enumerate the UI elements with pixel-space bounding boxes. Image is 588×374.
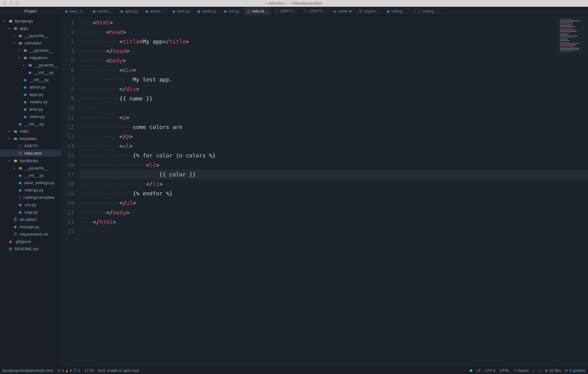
- close-traffic-light[interactable]: [3, 2, 7, 5]
- tree-item-empty[interactable]: ▢EMPTY: [0, 142, 61, 149]
- code-line[interactable]: ················some colors are: [80, 122, 588, 132]
- tree-item-calculator[interactable]: ▾🖿calculator: [0, 39, 61, 47]
- code-line[interactable]: ················{% for color in colors %…: [80, 151, 588, 160]
- tree-item-__pycache__[interactable]: ▸🖿__pycache__: [0, 32, 61, 39]
- file-encoding[interactable]: UTF-8: [485, 368, 496, 373]
- code-line[interactable]: ············<div>: [80, 65, 588, 75]
- code-line[interactable]: ····················<li>: [80, 160, 588, 170]
- package-updates[interactable]: ⟳ 5 updates: [565, 368, 586, 373]
- tab-admin[interactable]: ◆admin.…: [142, 7, 169, 16]
- code-line[interactable]: ····</html>: [80, 217, 588, 227]
- tree-item-dbsqlite3[interactable]: 🗄db.sqlite3: [0, 216, 61, 223]
- code-line[interactable]: ············</div>: [80, 84, 588, 94]
- tree-item-apps[interactable]: ▾🖿apps: [0, 25, 61, 32]
- tree-item-hellohtml[interactable]: ◫hello.html: [0, 149, 61, 157]
- tab-setting[interactable]: ⋮⋮setting…: [410, 7, 441, 16]
- tree-item-__pycache__[interactable]: ▸🖿__pycache__: [0, 61, 61, 69]
- tree-item-settingspy[interactable]: ◆settings.py: [0, 186, 61, 194]
- code-editor[interactable]: 1234567891011121314151617181920212223 ··…: [61, 16, 588, 367]
- line-ending[interactable]: LF: [477, 368, 481, 373]
- tab-untitle[interactable]: ●untitle: [330, 7, 355, 16]
- chevron-right-icon[interactable]: ▸: [12, 166, 16, 170]
- tree-item-modelspy[interactable]: ◆models.py: [0, 98, 61, 105]
- project-panel-tab[interactable]: Project: [0, 7, 61, 16]
- tab-base_s[interactable]: ◆base_s…: [61, 7, 89, 16]
- file-language[interactable]: HTML: [500, 368, 510, 373]
- tree-item-ttpcdjango[interactable]: ▾🖿ttpcdjango: [0, 17, 61, 25]
- code-line[interactable]: ····················</li>: [80, 179, 588, 189]
- tree-item-managepy[interactable]: ◆manage.py: [0, 223, 61, 230]
- code-line[interactable]: ················My test app.: [80, 75, 588, 84]
- code-line[interactable]: ········</body>: [80, 208, 588, 217]
- tree-item-__pycache__[interactable]: ▸🖿__pycache__: [0, 164, 61, 172]
- tree-item-requirementstxt[interactable]: ☰requirements.txt: [0, 230, 61, 238]
- code-line[interactable]: ····: [80, 227, 588, 236]
- code-line[interactable]: ········</head>: [80, 46, 588, 56]
- tree-item-__pycache__[interactable]: ▸🖿__pycache__: [0, 47, 61, 54]
- code-line[interactable]: ········<head>: [80, 27, 588, 37]
- isort-status[interactable]: Isort: unable to open isort: [98, 368, 139, 373]
- tab-setting[interactable]: ◆setting…: [383, 7, 410, 16]
- git-pull[interactable]: ↓: [539, 368, 541, 373]
- tree-item-static[interactable]: ▸🖿static: [0, 127, 61, 135]
- tree-item-settingstemplate[interactable]: ⋮⋮settings.template: [0, 194, 61, 201]
- chevron-down-icon[interactable]: ▾: [7, 27, 11, 30]
- tab-empty[interactable]: ▢EMPTY…: [301, 7, 330, 16]
- code-line[interactable]: ············<title>My app</title>: [80, 37, 588, 46]
- diagnostics-summary[interactable]: ⊘4 ▲6 ⓘ0: [57, 368, 80, 373]
- code-line[interactable]: ····<html>: [80, 18, 588, 27]
- code-line[interactable]: ············</ul>: [80, 198, 588, 208]
- tree-item-base_settingspy[interactable]: ◆base_settings.py: [0, 179, 61, 186]
- chevron-right-icon[interactable]: ▸: [12, 34, 16, 37]
- tree-item-__init__py[interactable]: ◆__init__.py: [0, 120, 61, 127]
- tab-require[interactable]: ☰require…: [355, 7, 383, 16]
- code-line[interactable]: ························{{ color }}: [80, 170, 588, 179]
- git-push[interactable]: ↑: [533, 368, 535, 373]
- cursor-position[interactable]: 17:26: [84, 368, 93, 373]
- code-area[interactable]: ····<html>········<head>············<tit…: [78, 16, 588, 367]
- tree-item-ttpcdjango[interactable]: ▾🖿ttpcdjango: [0, 157, 61, 164]
- code-line[interactable]: ············</p>: [80, 132, 588, 141]
- tree-item-__init__py[interactable]: ◆__init__.py: [0, 76, 61, 83]
- tree-item-wsgipy[interactable]: ◆wsgi.py: [0, 208, 61, 216]
- minimap[interactable]: [558, 18, 587, 55]
- linter-status[interactable]: [470, 369, 472, 372]
- tree-item-templates[interactable]: ▾🖿templates: [0, 135, 61, 142]
- code-line[interactable]: ····: [80, 103, 588, 113]
- code-line[interactable]: ············{{ name }}: [80, 94, 588, 103]
- code-line[interactable]: ············<p>: [80, 113, 588, 122]
- tree-item-readmemd[interactable]: ▤README.md: [0, 245, 61, 252]
- chevron-right-icon[interactable]: ▸: [22, 63, 26, 67]
- tab-models[interactable]: ◆models…: [89, 7, 117, 16]
- tab-testspy[interactable]: ◆tests.py: [169, 7, 194, 16]
- tree-item-migrations[interactable]: ▾🖿migrations: [0, 54, 61, 61]
- tab-urlspy[interactable]: ◆urls.py: [220, 7, 243, 16]
- tab-viewspy[interactable]: ◆views.py: [194, 7, 220, 16]
- zoom-traffic-light[interactable]: [15, 2, 19, 5]
- code-line[interactable]: ········<body>: [80, 56, 588, 65]
- project-tree[interactable]: ▾🖿ttpcdjango▾🖿apps▸🖿__pycache__▾🖿calcula…: [0, 16, 61, 367]
- tree-item-urlspy[interactable]: ◆urls.py: [0, 201, 61, 208]
- tree-item-gitignore[interactable]: ◆.gitignore: [0, 238, 61, 245]
- tab-appspy[interactable]: ◆apps.py: [117, 7, 142, 16]
- tab-helloht[interactable]: ◫hello.ht…: [243, 7, 272, 16]
- status-file-path[interactable]: ttpcdjango/templates/hello.html: [2, 368, 53, 373]
- git-branch[interactable]: ᚱ master: [514, 368, 529, 373]
- chevron-down-icon[interactable]: ▾: [2, 19, 6, 23]
- code-line[interactable]: ············<ul>: [80, 141, 588, 151]
- tree-item-viewspy[interactable]: ◆views.py: [0, 113, 61, 120]
- minimize-traffic-light[interactable]: [9, 2, 13, 5]
- tab-empty[interactable]: ▢EMPTY…: [272, 7, 301, 16]
- chevron-right-icon[interactable]: ▸: [17, 49, 21, 52]
- chevron-down-icon[interactable]: ▾: [12, 41, 16, 45]
- chevron-down-icon[interactable]: ▾: [17, 56, 21, 59]
- tree-item-__init__py[interactable]: ◆__init__.py: [0, 172, 61, 179]
- code-line[interactable]: ················{% endfor %}: [80, 189, 588, 198]
- changed-files[interactable]: ⧉ 16 files: [545, 368, 561, 373]
- chevron-right-icon[interactable]: ▸: [7, 130, 11, 133]
- tree-item-testspy[interactable]: ◆tests.py: [0, 105, 61, 113]
- tree-item-__init__py[interactable]: ◆__init__.py: [0, 69, 61, 76]
- chevron-down-icon[interactable]: ▾: [7, 159, 11, 162]
- tree-item-appspy[interactable]: ◆apps.py: [0, 91, 61, 98]
- chevron-down-icon[interactable]: ▾: [7, 137, 11, 140]
